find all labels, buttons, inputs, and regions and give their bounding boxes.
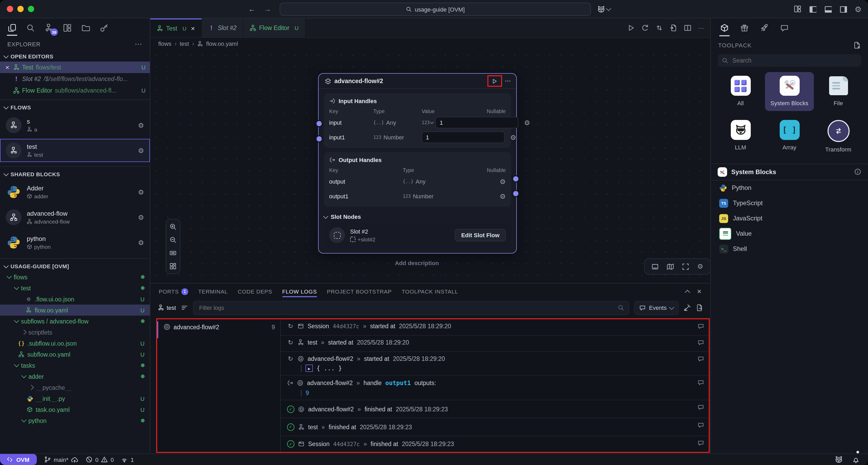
category-llm[interactable]: LLM bbox=[716, 116, 765, 157]
flow-canvas[interactable]: advanced-flow#2 ··· Input Handles Key bbox=[150, 50, 710, 283]
tree-folder-pycache[interactable]: __pycache__ bbox=[0, 382, 150, 393]
minimap-icon[interactable] bbox=[666, 263, 674, 270]
expand-payload-icon[interactable]: ▶ bbox=[306, 365, 313, 372]
toggle-panel-icon[interactable] bbox=[651, 263, 659, 270]
tree-folder-flows[interactable]: flows bbox=[0, 271, 150, 283]
input-handle-port[interactable] bbox=[315, 120, 323, 127]
canvas-settings-gear-icon[interactable]: ⚙ bbox=[697, 263, 703, 270]
handle-settings-gear-icon[interactable]: ⚙ bbox=[494, 178, 506, 185]
comment-icon[interactable] bbox=[698, 439, 704, 446]
zoom-in-icon[interactable] bbox=[169, 223, 177, 230]
input1-value-field[interactable] bbox=[422, 132, 505, 143]
open-editors-header[interactable]: OPEN EDITORS bbox=[0, 51, 150, 62]
block-javascript[interactable]: JS JavaScript bbox=[711, 211, 868, 226]
flow-item-test[interactable]: test test ⚙ bbox=[0, 139, 150, 162]
node-more-icon[interactable]: ··· bbox=[505, 78, 511, 84]
tab-flow-editor[interactable]: Flow Editor U bbox=[243, 19, 306, 37]
maximize-panel-icon[interactable] bbox=[685, 290, 690, 295]
block-settings-gear-icon[interactable]: ⚙ bbox=[138, 188, 144, 196]
tree-file-task-yaml[interactable]: task.oo.yaml U bbox=[0, 404, 150, 415]
sync-icon[interactable] bbox=[656, 24, 663, 32]
ports-status[interactable]: 1 bbox=[121, 456, 134, 463]
output-handle-port[interactable] bbox=[512, 175, 520, 182]
tree-file-init-py[interactable]: __init__.py U bbox=[0, 393, 150, 404]
breadcrumb-file[interactable]: flow.oo.yaml bbox=[206, 40, 238, 47]
tab-ports[interactable]: PORTS1 bbox=[159, 284, 188, 299]
flow-settings-gear-icon[interactable]: ⚙ bbox=[138, 122, 144, 128]
breadcrumb[interactable]: flows › test › flow.oo.yaml bbox=[150, 38, 710, 50]
run-icon[interactable] bbox=[627, 24, 634, 32]
tab-project-bootstrap[interactable]: PROJECT BOOTSTRAP bbox=[327, 284, 392, 299]
category-transform[interactable]: Transform bbox=[814, 116, 863, 157]
run-node-icon[interactable] bbox=[492, 78, 497, 84]
edit-slot-flow-button[interactable]: Edit Slot Flow bbox=[455, 229, 506, 241]
tree-folder-test[interactable]: test bbox=[0, 283, 150, 293]
clear-logs-icon[interactable] bbox=[683, 304, 691, 311]
open-editor-slot2[interactable]: ! Slot #2 /$/self/flows/test/advanced-fl… bbox=[0, 73, 150, 85]
auto-layout-icon[interactable] bbox=[169, 262, 177, 270]
back-icon[interactable]: ← bbox=[248, 5, 255, 13]
category-file[interactable]: File bbox=[814, 72, 863, 111]
tree-folder-python[interactable]: python bbox=[0, 415, 150, 426]
open-editor-flow-editor[interactable]: Flow Editor subflows/advanced-fl... U bbox=[0, 85, 150, 96]
block-shell[interactable]: >_ Shell bbox=[711, 241, 868, 256]
more-actions-icon[interactable]: ··· bbox=[698, 25, 704, 31]
explorer-activity-icon[interactable] bbox=[6, 21, 18, 35]
block-python[interactable]: Python bbox=[711, 180, 868, 196]
export-logs-icon[interactable] bbox=[695, 304, 703, 311]
close-icon[interactable]: ✕ bbox=[4, 64, 10, 70]
close-icon[interactable]: ✕ bbox=[191, 26, 195, 31]
category-array[interactable]: [ ] Array bbox=[765, 116, 814, 157]
editor-layout-activity-icon[interactable] bbox=[62, 21, 73, 35]
shared-block-python[interactable]: python python ⚙ bbox=[0, 231, 150, 254]
fullscreen-icon[interactable] bbox=[682, 263, 689, 270]
fit-width-icon[interactable] bbox=[169, 249, 177, 257]
log-row-test-finish[interactable]: ✓ test » finished at 2025/5/28 18:29:23 bbox=[281, 418, 709, 436]
rocket-activity-icon[interactable] bbox=[760, 21, 769, 35]
toggle-panel-icon[interactable] bbox=[824, 5, 832, 12]
comment-icon[interactable] bbox=[698, 356, 704, 362]
node-header[interactable]: advanced-flow#2 ··· bbox=[319, 74, 516, 89]
flows-section-header[interactable]: FLOWS bbox=[0, 102, 150, 113]
problems-status[interactable]: 0 0 bbox=[86, 456, 114, 463]
close-window-button[interactable] bbox=[7, 6, 13, 12]
toolpack-search-input[interactable] bbox=[731, 57, 857, 64]
output-value[interactable]: 9 bbox=[306, 389, 309, 397]
zoom-out-icon[interactable] bbox=[169, 236, 177, 243]
tree-folder-adder[interactable]: adder bbox=[0, 371, 150, 382]
folder-activity-icon[interactable] bbox=[80, 21, 91, 35]
tab-terminal[interactable]: TERMINAL bbox=[198, 284, 228, 299]
handle-settings-gear-icon[interactable]: ⚙ bbox=[505, 134, 516, 141]
assistant-cat-icon[interactable] bbox=[835, 456, 843, 463]
block-typescript[interactable]: TS TypeScript bbox=[711, 196, 868, 211]
log-row-session-finish[interactable]: ✓ Session 44d4327c » finished at 2025/5/… bbox=[281, 436, 709, 452]
log-group-advanced-flow-2[interactable]: advanced-flow#2 9 bbox=[157, 319, 280, 330]
shared-block-adder[interactable]: Adder adder ⚙ bbox=[0, 180, 150, 204]
comment-icon[interactable] bbox=[698, 422, 704, 428]
tree-file-subflow-ui-json[interactable]: { } .subflow.ui.oo.json U bbox=[0, 338, 150, 349]
comment-icon[interactable] bbox=[698, 379, 704, 385]
block-settings-gear-icon[interactable]: ⚙ bbox=[138, 239, 144, 246]
comment-icon[interactable] bbox=[698, 323, 704, 329]
shared-blocks-header[interactable]: SHARED BLOCKS bbox=[0, 169, 150, 179]
tree-folder-scriptlets[interactable]: scriptlets bbox=[0, 327, 150, 338]
tab-test[interactable]: Test U ✕ bbox=[150, 19, 202, 37]
handle-settings-gear-icon[interactable]: ⚙ bbox=[494, 193, 506, 200]
search-activity-icon[interactable] bbox=[25, 21, 36, 35]
log-row-output1[interactable]: advanced-flow#2 » handle output1 outputs… bbox=[281, 376, 709, 400]
toolpack-activity-icon[interactable] bbox=[720, 21, 729, 35]
close-panel-icon[interactable]: ✕ bbox=[697, 288, 702, 295]
handle-settings-gear-icon[interactable]: ⚙ bbox=[519, 119, 530, 126]
open-editor-test[interactable]: ✕ Test flows/test U bbox=[0, 62, 150, 73]
tree-file-flow-ui-json[interactable]: ⚙ .flow.ui.oo.json U bbox=[0, 293, 150, 304]
log-row-test-start[interactable]: ↻ test » started at 2025/5/28 18:29:20 bbox=[281, 336, 709, 352]
settings-gear-icon[interactable]: ⚙ bbox=[855, 5, 862, 13]
comment-icon[interactable] bbox=[698, 404, 704, 410]
tree-file-flow-yaml[interactable]: flow.oo.yaml U bbox=[0, 304, 150, 316]
assistant-menu[interactable] bbox=[597, 5, 610, 13]
log-row-node-finish[interactable]: ✓ advanced-flow#2 » finished at 2025/5/2… bbox=[281, 400, 709, 418]
slot-nodes-header[interactable]: Slot Nodes bbox=[324, 211, 511, 223]
shared-block-advanced-flow[interactable]: advanced-flow advanced-flow ⚙ bbox=[0, 206, 150, 229]
tab-slot2[interactable]: ! Slot #2 bbox=[202, 19, 243, 37]
tab-toolpack-install[interactable]: TOOLPACK INSTALL bbox=[402, 284, 458, 299]
